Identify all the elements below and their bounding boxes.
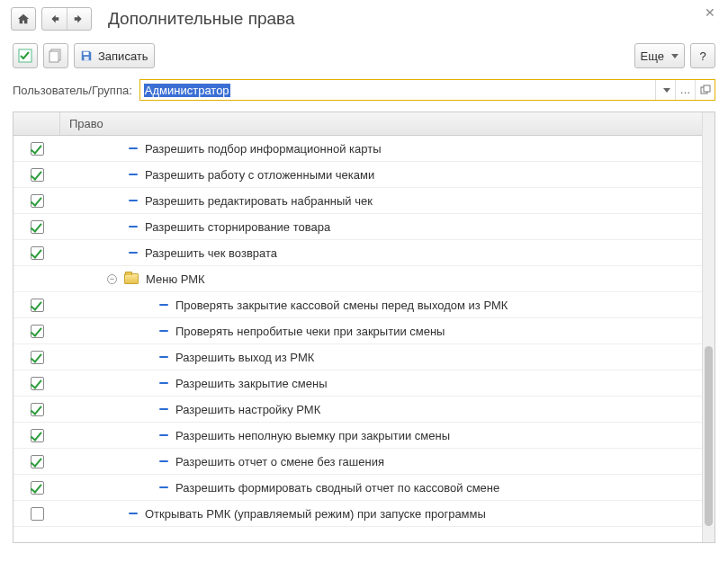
- chevron-down-icon: [663, 88, 670, 93]
- user-group-value: Администратор: [144, 84, 230, 97]
- help-button[interactable]: ?: [690, 43, 715, 68]
- checkbox[interactable]: [31, 142, 44, 156]
- table-row[interactable]: Разрешить неполную выемку при закрытии с…: [13, 423, 702, 449]
- table-row[interactable]: Разрешить формировать сводный отчет по к…: [13, 475, 702, 501]
- item-marker-icon: [129, 252, 138, 254]
- forward-button[interactable]: [67, 8, 92, 30]
- window-header: Дополнительные права ✕: [0, 0, 728, 40]
- right-cell: Разрешить редактировать набранный чек: [60, 194, 702, 208]
- checkbox-cell: [13, 194, 60, 208]
- more-button[interactable]: Еще: [634, 43, 685, 68]
- checkbox-cell: [13, 142, 60, 156]
- table-row[interactable]: Разрешить отчет о смене без гашения: [13, 449, 702, 475]
- right-label: Разрешить работу с отложенными чеками: [145, 168, 374, 182]
- item-marker-icon: [159, 330, 168, 332]
- save-label: Записать: [98, 49, 148, 63]
- back-button[interactable]: [42, 8, 67, 30]
- checkbox[interactable]: [31, 246, 44, 260]
- uncheck-all-button[interactable]: [43, 43, 68, 68]
- checkbox[interactable]: [31, 351, 44, 364]
- checkbox-cell: [13, 299, 60, 312]
- user-group-input[interactable]: Администратор: [140, 80, 655, 100]
- checkbox[interactable]: [31, 507, 44, 521]
- svg-rect-3: [84, 52, 89, 56]
- item-marker-icon: [159, 304, 168, 306]
- table-row[interactable]: Проверять непробитые чеки при закрытии с…: [13, 318, 702, 344]
- table-row[interactable]: Разрешить редактировать набранный чек: [13, 188, 702, 214]
- more-label: Еще: [641, 49, 664, 63]
- save-button[interactable]: Записать: [74, 43, 155, 68]
- table-row[interactable]: Разрешить работу с отложенными чеками: [13, 162, 702, 188]
- right-label: Проверять непробитые чеки при закрытии с…: [175, 325, 445, 338]
- checkbox-cell: [13, 351, 60, 364]
- svg-rect-4: [84, 57, 88, 60]
- item-marker-icon: [129, 147, 138, 149]
- right-cell: Разрешить работу с отложенными чеками: [60, 168, 702, 182]
- checkbox[interactable]: [31, 220, 44, 234]
- scrollbar-thumb[interactable]: [705, 346, 713, 526]
- item-marker-icon: [159, 434, 168, 436]
- table-header: Право: [13, 112, 702, 136]
- right-cell: Разрешить формировать сводный отчет по к…: [60, 481, 702, 495]
- table-row[interactable]: Разрешить выход из РМК: [13, 344, 702, 370]
- checkbox[interactable]: [31, 481, 44, 495]
- user-group-label: Пользователь/Группа:: [13, 84, 132, 97]
- table-row[interactable]: Разрешить настройку РМК: [13, 397, 702, 423]
- table-row[interactable]: Разрешить сторнирование товара: [13, 214, 702, 240]
- checkbox-cell: [13, 246, 60, 260]
- right-label: Разрешить сторнирование товара: [145, 220, 330, 234]
- checkbox[interactable]: [31, 403, 44, 416]
- arrow-left-icon: [48, 13, 60, 25]
- table-row[interactable]: −Меню РМК: [13, 266, 702, 292]
- sheets-icon: [49, 49, 63, 63]
- right-cell: Разрешить закрытие смены: [60, 377, 702, 390]
- checkbox[interactable]: [31, 455, 44, 468]
- close-icon: ✕: [705, 5, 715, 20]
- table-row[interactable]: Проверять закрытие кассовой смены перед …: [13, 292, 702, 318]
- scrollbar[interactable]: [702, 112, 715, 542]
- column-checkbox: [13, 112, 60, 135]
- right-label: Проверять закрытие кассовой смены перед …: [175, 299, 508, 312]
- item-marker-icon: [159, 460, 168, 462]
- item-marker-icon: [129, 200, 138, 201]
- open-button[interactable]: [695, 80, 715, 100]
- close-button[interactable]: ✕: [705, 5, 715, 20]
- right-label: Открывать РМК (управляемый режим) при за…: [145, 507, 486, 521]
- svg-rect-2: [49, 51, 58, 62]
- right-label: Меню РМК: [146, 272, 205, 286]
- item-marker-icon: [129, 174, 138, 175]
- right-label: Разрешить закрытие смены: [175, 377, 327, 390]
- checkbox[interactable]: [31, 194, 44, 208]
- right-cell: Открывать РМК (управляемый режим) при за…: [60, 507, 702, 521]
- floppy-icon: [80, 49, 93, 62]
- home-icon: [17, 13, 30, 25]
- checkbox[interactable]: [31, 429, 44, 442]
- right-label: Разрешить формировать сводный отчет по к…: [175, 481, 499, 495]
- column-right: Право: [60, 117, 103, 130]
- table-row[interactable]: Разрешить чек возврата: [13, 240, 702, 266]
- checkbox[interactable]: [31, 377, 44, 390]
- nav-button-group: [11, 7, 92, 31]
- dropdown-button[interactable]: [655, 80, 675, 100]
- checkbox[interactable]: [31, 299, 44, 312]
- check-all-button[interactable]: [13, 43, 38, 68]
- table-row[interactable]: Разрешить закрытие смены: [13, 370, 702, 397]
- item-marker-icon: [129, 513, 138, 514]
- tree-collapse-icon[interactable]: −: [107, 274, 117, 284]
- svg-rect-6: [704, 85, 710, 92]
- user-group-field[interactable]: Администратор …: [139, 79, 715, 101]
- table-row[interactable]: Разрешить подбор информационной карты: [13, 136, 702, 162]
- question-icon: ?: [699, 49, 706, 63]
- right-label: Разрешить неполную выемку при закрытии с…: [175, 429, 450, 442]
- table-row[interactable]: Открывать РМК (управляемый режим) при за…: [13, 501, 702, 527]
- item-marker-icon: [159, 356, 168, 358]
- select-button[interactable]: …: [675, 80, 695, 100]
- item-marker-icon: [159, 408, 168, 410]
- item-marker-icon: [129, 226, 138, 227]
- home-button[interactable]: [11, 7, 36, 31]
- right-cell: Разрешить подбор информационной карты: [60, 142, 702, 156]
- ellipsis-icon: …: [680, 84, 691, 96]
- table-scroll[interactable]: Право Разрешить подбор информационной ка…: [13, 112, 702, 542]
- checkbox[interactable]: [31, 168, 44, 182]
- checkbox[interactable]: [31, 325, 44, 338]
